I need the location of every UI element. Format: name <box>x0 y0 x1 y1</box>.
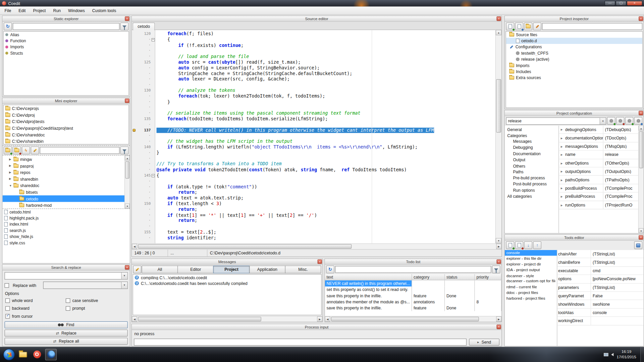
code-line[interactable] <box>157 48 495 54</box>
gutter-line[interactable]: · <box>132 156 155 162</box>
gutter-line[interactable]: 137 <box>132 127 155 133</box>
tool-item-explorer-project-dir[interactable]: explorer - project dir <box>505 261 557 267</box>
gutter-line[interactable]: 155 <box>132 229 155 235</box>
scroll-thumb[interactable] <box>331 317 479 321</box>
scroll-right-icon[interactable]: ▶ <box>496 316 501 322</box>
tool-item-explorer-this-file-dir[interactable]: explorer - this file dir <box>505 256 557 261</box>
favorite-path[interactable]: C:\Dev\pasproj\Coedit\lazproj\test <box>4 125 128 131</box>
process-input-field[interactable] <box>134 339 467 346</box>
tool-item-console[interactable]: console <box>505 250 557 256</box>
gutter-line[interactable]: 125 <box>132 60 155 65</box>
code-line[interactable]: auto text = atok.text.strip; <box>157 195 495 201</box>
tool-item-dscanner-style[interactable]: dscanner - style <box>505 273 557 278</box>
scroll-up-icon[interactable]: ▲ <box>125 156 130 161</box>
clock[interactable]: 16:19 17/01/2015 <box>617 349 636 360</box>
messages-hscrollbar[interactable]: ◀ ▶ <box>132 316 322 322</box>
tool-prop-showwindows[interactable]: showWindowsswoNone <box>557 300 644 309</box>
gutter-line[interactable]: · <box>132 54 155 60</box>
gutter-line[interactable]: · <box>132 111 155 116</box>
code-line[interactable]: // load and parse the file <box>157 54 495 60</box>
tree-vscrollbar[interactable]: ▲ ▼ <box>124 156 130 208</box>
messages-tab-misc[interactable]: Misc. <box>285 265 321 273</box>
code-line[interactable]: // the widget has the LFM script in the … <box>157 139 495 144</box>
gutter-line[interactable]: · <box>132 48 155 54</box>
menu-item-edit[interactable]: Edit <box>15 7 29 14</box>
menu-item-file[interactable]: File <box>1 7 15 14</box>
checkbox-from-cursor[interactable]: from cursor <box>4 312 65 320</box>
config-category-debugging[interactable]: Debugging <box>505 145 558 151</box>
gutter-line[interactable]: · <box>132 207 155 213</box>
code-line[interactable]: foreach(tok; lexer) token2TodoItem(tok, … <box>157 94 495 99</box>
replace-term-combo[interactable]: ▼ <box>43 282 128 289</box>
tree-node-mingw[interactable]: ▶mingw <box>2 156 124 163</box>
tool-prop-workingdirect[interactable]: workingDirect <box>557 317 644 325</box>
favorite-path[interactable]: C:\Dev\dproj <box>4 112 128 118</box>
todo-column-category[interactable]: category <box>412 274 445 280</box>
config-category-categories[interactable]: Categories <box>505 132 558 138</box>
todo-row[interactable]: set this property as const() to set it r… <box>325 287 502 293</box>
scroll-thumb[interactable] <box>138 244 352 249</box>
shell-open-button[interactable]: ϟ <box>22 146 30 154</box>
tool-prop-chainbefore[interactable]: chainBefore(TStringList) <box>557 258 644 267</box>
favorite-path[interactable]: C:\Dev\ceprojs <box>4 105 128 112</box>
gutter-line[interactable]: · <box>132 82 155 88</box>
tree-node-repos[interactable]: ▶repos <box>2 169 124 176</box>
tool-prop-executable[interactable]: executablecmd <box>557 267 644 275</box>
inspector-node-source-files[interactable]: Source files <box>506 32 643 38</box>
checkbox-backward[interactable]: backward <box>4 305 65 312</box>
config-prop-outputoptions[interactable]: ▶outputOptions(TOutputOpts) <box>559 168 638 176</box>
tool-prop-chainafter[interactable]: chainAfter(TStringList) <box>557 250 644 258</box>
config-prop-pathsoptions[interactable]: ▶pathsOptions(TPathsOpts) <box>559 176 638 184</box>
todo-column-status[interactable]: status <box>445 274 475 280</box>
gutter-line[interactable]: · <box>132 213 155 218</box>
run-tool-button[interactable] <box>634 241 642 249</box>
clone-configuration-button[interactable] <box>625 117 633 125</box>
tree-node-harbored-mod[interactable]: harbored-mod <box>2 202 124 208</box>
inspector-node-extra-sources[interactable]: Extra sources <box>506 75 643 81</box>
gutter-line[interactable]: 130 <box>132 88 155 94</box>
search-term-combo[interactable]: ▼ <box>4 272 127 280</box>
todo-row[interactable]: save this property in the inifile.featur… <box>325 305 502 311</box>
code-line[interactable] <box>157 133 495 139</box>
gutter-line[interactable]: · <box>132 71 155 76</box>
editor-gutter[interactable]: 120·−···125····130····135·137··140····14… <box>132 30 155 243</box>
code-line[interactable]: auto src = cast(ubyte[]) read(f, size_t.… <box>157 60 495 65</box>
code-line[interactable] <box>157 122 495 127</box>
config-prop-documentationoption[interactable]: ▶documentationOption(TDocOpts) <box>559 134 638 142</box>
tool-prop-toolalias[interactable]: toolAliasconsole <box>557 308 644 317</box>
close-button[interactable]: × <box>627 1 643 6</box>
scroll-up-icon[interactable]: ▲ <box>639 126 644 131</box>
file-item-show-hide-js[interactable]: show_hide.js <box>2 234 130 240</box>
menu-item-custom-tools[interactable]: Custom tools <box>89 7 120 14</box>
symbol-filter-input[interactable] <box>13 23 119 30</box>
tool-item-rdmd-current-file[interactable]: rdmd - current file <box>505 284 557 290</box>
code-line[interactable] <box>157 82 495 88</box>
filter-button[interactable] <box>120 146 128 154</box>
code-line[interactable]: string identifier; <box>157 235 495 241</box>
move-tool-up-button[interactable]: ↑ <box>533 241 541 249</box>
gutter-line[interactable]: · <box>132 218 155 224</box>
gutter-line[interactable]: · <box>132 162 155 167</box>
tool-prop-queryparamet[interactable]: queryParametFalse <box>557 292 644 300</box>
tree-node-pasproj[interactable]: ▶pasproj <box>2 163 124 169</box>
volume-icon[interactable] <box>611 353 614 356</box>
code-line[interactable] <box>157 156 495 162</box>
scroll-left-icon[interactable]: ◀ <box>132 316 137 322</box>
scroll-thumb[interactable] <box>125 161 129 178</box>
config-prop-name[interactable]: ▶namerelease <box>559 151 638 159</box>
messages-tab-all[interactable]: All <box>142 265 178 273</box>
todo-row[interactable]: NEVER call writeln() in this program oth… <box>325 280 502 286</box>
title-bar[interactable]: Coedit — ▢ × <box>0 0 644 7</box>
code-line[interactable]: return; <box>157 218 495 224</box>
gutter-line[interactable]: · <box>132 94 155 99</box>
inspector-node-release-active[interactable]: release (active) <box>506 56 643 62</box>
gutter-line[interactable]: · <box>132 178 155 184</box>
todo-column-priority[interactable]: priority <box>475 274 502 280</box>
close-icon[interactable]: × <box>318 259 322 264</box>
inspector-filter-input[interactable] <box>542 23 642 30</box>
code-line[interactable]: text = text[2..$]; <box>157 229 495 235</box>
static-symbol-function[interactable]: Function <box>4 38 128 44</box>
explorer-filter-input[interactable] <box>40 147 120 154</box>
add-folder-button[interactable] <box>524 22 532 30</box>
favorite-path[interactable]: C:\Dev\dproj\tests <box>4 118 128 125</box>
